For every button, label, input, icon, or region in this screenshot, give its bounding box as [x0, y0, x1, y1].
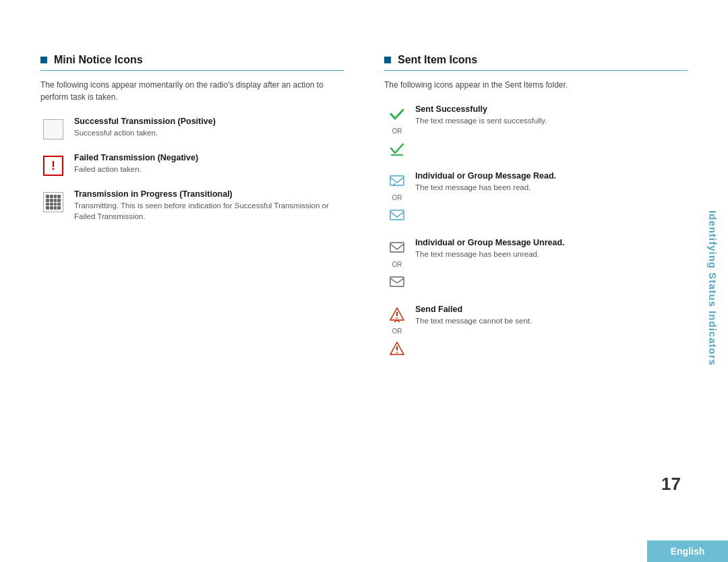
send-failed-icon-2 [388, 339, 406, 358]
positive-transmission-text: Successful Transmission (Positive) Succe… [74, 117, 344, 138]
positive-desc: Successful action taken. [74, 127, 344, 138]
svg-point-14 [396, 352, 398, 353]
transitional-icon [40, 189, 66, 215]
right-column: Sent Item Icons The following icons appe… [384, 54, 688, 371]
content-area: Mini Notice Icons The following icons ap… [40, 54, 688, 371]
svg-rect-2 [390, 210, 404, 220]
negative-label: Failed Transmission (Negative) [74, 153, 344, 162]
list-item: OR Sent Successfully The text message is… [384, 104, 688, 158]
sent-successfully-text: Sent Successfully The text message is se… [415, 104, 688, 126]
sidebar-wrapper: Identifying Status Indicators [702, 101, 723, 474]
svg-rect-1 [390, 176, 404, 185]
send-failed-desc: The text message cannot be sent. [415, 315, 688, 326]
page-container: Mini Notice Icons The following icons ap… [0, 0, 728, 562]
positive-transmission-icon [40, 117, 66, 142]
negative-transmission-text: Failed Transmission (Negative) Failed ac… [74, 153, 344, 175]
sent-item-title: Sent Item Icons [398, 54, 477, 66]
exclamation-icon: ! [43, 156, 63, 176]
sent-item-header: Sent Item Icons [384, 54, 688, 71]
sent-successfully-label: Sent Successfully [415, 104, 688, 114]
message-read-desc: The text message has been read. [415, 182, 688, 193]
or-label-read: OR [392, 194, 402, 201]
positive-label: Successful Transmission (Positive) [74, 117, 344, 126]
sent-successfully-icon-1 [388, 104, 406, 123]
list-item: Transmission in Progress (Transitional) … [40, 189, 344, 222]
mini-notice-header: Mini Notice Icons [40, 54, 344, 71]
message-read-text: Individual or Group Message Read. The te… [415, 171, 688, 193]
list-item: OR Individual or Group Message Unread. T… [384, 238, 688, 291]
message-unread-desc: The text message has been unread. [415, 249, 688, 259]
svg-point-9 [396, 317, 398, 319]
border-square-icon [43, 119, 63, 139]
sent-successfully-icon-2 [388, 139, 406, 158]
message-unread-label: Individual or Group Message Unread. [415, 238, 688, 247]
mini-notice-intro: The following icons appear momentarily o… [40, 79, 344, 103]
message-unread-icon-2 [388, 272, 406, 291]
list-item: OR Individual or Group Message Read. The… [384, 171, 688, 224]
sent-successfully-desc: The text message is sent successfully. [415, 115, 688, 126]
message-unread-text: Individual or Group Message Unread. The … [415, 238, 688, 259]
send-failed-text: Send Failed The text message cannot be s… [415, 305, 688, 326]
or-label-sent: OR [392, 127, 402, 135]
list-item: ! Failed Transmission (Negative) Failed … [40, 153, 344, 179]
send-failed-icon-1 [388, 305, 406, 323]
language-badge: English [647, 540, 728, 562]
message-read-label: Individual or Group Message Read. [415, 171, 688, 181]
list-item: Successful Transmission (Positive) Succe… [40, 117, 344, 142]
or-label-unread: OR [392, 261, 402, 268]
message-read-icon-2 [388, 206, 406, 224]
left-column: Mini Notice Icons The following icons ap… [40, 54, 344, 371]
sent-item-intro: The following icons appear in the Sent I… [384, 79, 688, 91]
svg-rect-4 [390, 277, 404, 286]
message-read-icon-1 [388, 171, 406, 190]
svg-line-6 [397, 278, 404, 283]
header-square-icon [40, 57, 47, 63]
or-label-failed: OR [392, 327, 402, 335]
transitional-desc: Transmitting. This is seen before indica… [74, 200, 344, 222]
svg-line-5 [390, 278, 397, 283]
send-failed-label: Send Failed [415, 305, 688, 314]
negative-transmission-icon: ! [40, 153, 66, 179]
svg-rect-3 [390, 243, 404, 252]
negative-desc: Failed action taken. [74, 164, 344, 175]
grid-icon [43, 192, 63, 212]
header-square-icon [384, 57, 391, 63]
message-unread-icon-1 [388, 238, 406, 257]
page-number: 17 [661, 474, 681, 495]
transitional-label: Transmission in Progress (Transitional) [74, 189, 344, 199]
sidebar-title: Identifying Status Indicators [707, 210, 719, 366]
list-item: OR Send Failed The text message cannot b… [384, 305, 688, 358]
mini-notice-title: Mini Notice Icons [54, 54, 143, 66]
transitional-text: Transmission in Progress (Transitional) … [74, 189, 344, 222]
